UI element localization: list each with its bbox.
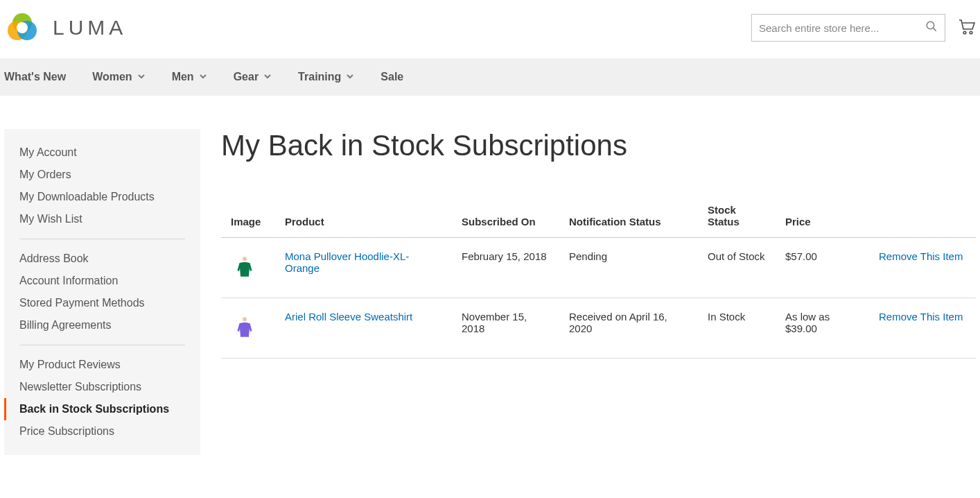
sidebar-item-newsletter[interactable]: Newsletter Subscriptions: [4, 376, 200, 398]
product-thumb-icon: [231, 250, 259, 285]
nav-label: Training: [298, 71, 341, 83]
page-title: My Back in Stock Subscriptions: [221, 129, 976, 162]
product-thumb-icon: [231, 311, 259, 345]
nav-label: What's New: [4, 71, 66, 83]
remove-link[interactable]: Remove This Item: [879, 250, 963, 262]
cell-subscribed-on: November 15, 2018: [452, 298, 559, 359]
header-right: [751, 14, 976, 42]
nav-label: Sale: [380, 71, 403, 83]
search-box: [751, 14, 945, 42]
svg-point-9: [243, 317, 247, 321]
cell-product: Ariel Roll Sleeve Sweatshirt: [275, 298, 452, 359]
subscriptions-table: Image Product Subscribed On Notification…: [221, 197, 976, 359]
chevron-down-icon: [263, 71, 272, 83]
th-stock-status: Stock Status: [698, 197, 776, 238]
svg-point-7: [970, 31, 972, 34]
th-product: Product: [275, 197, 452, 238]
nav-label: Gear: [234, 71, 259, 83]
svg-point-4: [927, 22, 934, 29]
sidebar-item-my-wishlist[interactable]: My Wish List: [4, 208, 200, 230]
th-notification-status: Notification Status: [559, 197, 698, 238]
th-image: Image: [221, 197, 275, 238]
svg-point-3: [17, 22, 28, 33]
th-price: Price: [776, 197, 869, 238]
nav-whats-new[interactable]: What's New: [4, 71, 66, 83]
sidebar-item-account-info[interactable]: Account Information: [4, 270, 200, 292]
cell-price: As low as $39.00: [776, 298, 869, 359]
table-row: Mona Pullover Hoodlie-XL-Orange February…: [221, 238, 976, 298]
brand-name: LUMA: [53, 16, 127, 40]
cell-remove: Remove This Item: [869, 298, 976, 359]
main-nav: What's New Women Men Gear Training Sale: [0, 58, 980, 96]
divider: [19, 345, 185, 345]
sidebar-item-back-in-stock[interactable]: Back in Stock Subscriptions: [4, 398, 200, 420]
remove-link[interactable]: Remove This Item: [879, 311, 963, 323]
sidebar-item-product-reviews[interactable]: My Product Reviews: [4, 354, 200, 376]
sidebar-item-price-subs[interactable]: Price Subscriptions: [4, 420, 200, 443]
nav-men[interactable]: Men: [172, 71, 207, 83]
account-sidebar: My Account My Orders My Downloadable Pro…: [4, 129, 200, 455]
nav-gear[interactable]: Gear: [234, 71, 272, 83]
divider: [19, 239, 185, 239]
nav-women[interactable]: Women: [92, 71, 145, 83]
nav-label: Women: [92, 71, 132, 83]
chevron-down-icon: [137, 71, 146, 83]
cell-price: $57.00: [776, 238, 869, 298]
chevron-down-icon: [346, 71, 354, 83]
svg-line-5: [933, 28, 936, 31]
product-link[interactable]: Mona Pullover Hoodlie-XL-Orange: [285, 250, 409, 274]
table-row: Ariel Roll Sleeve Sweatshirt November 15…: [221, 298, 976, 359]
search-icon[interactable]: [925, 20, 938, 35]
header: LUMA: [0, 0, 980, 58]
cell-notification-status: Pending: [559, 238, 698, 298]
sidebar-item-stored-payment[interactable]: Stored Payment Methods: [4, 292, 200, 314]
cell-product: Mona Pullover Hoodlie-XL-Orange: [275, 238, 452, 298]
sidebar-item-my-downloadable[interactable]: My Downloadable Products: [4, 186, 200, 208]
cell-image: [221, 298, 275, 359]
sidebar-item-my-account[interactable]: My Account: [4, 141, 200, 164]
th-remove: [869, 197, 976, 238]
sidebar-item-address-book[interactable]: Address Book: [4, 248, 200, 270]
chevron-down-icon: [199, 71, 207, 83]
product-link[interactable]: Ariel Roll Sleeve Sweatshirt: [285, 311, 412, 323]
cart-icon[interactable]: [958, 17, 976, 38]
nav-sale[interactable]: Sale: [380, 71, 403, 83]
cell-image: [221, 238, 275, 298]
main-content: My Back in Stock Subscriptions Image Pro…: [221, 129, 976, 455]
nav-label: Men: [172, 71, 194, 83]
search-input[interactable]: [759, 22, 925, 34]
cell-remove: Remove This Item: [869, 238, 976, 298]
cell-stock-status: Out of Stock: [698, 238, 776, 298]
logo[interactable]: LUMA: [4, 10, 127, 46]
cell-subscribed-on: February 15, 2018: [452, 238, 559, 298]
nav-training[interactable]: Training: [298, 71, 354, 83]
svg-point-8: [243, 257, 247, 261]
svg-point-6: [963, 31, 966, 34]
cell-notification-status: Received on April 16, 2020: [559, 298, 698, 359]
logo-icon: [4, 10, 40, 46]
th-subscribed-on: Subscribed On: [452, 197, 559, 238]
cell-stock-status: In Stock: [698, 298, 776, 359]
sidebar-item-my-orders[interactable]: My Orders: [4, 164, 200, 186]
sidebar-item-billing-agreements[interactable]: Billing Agreements: [4, 314, 200, 336]
